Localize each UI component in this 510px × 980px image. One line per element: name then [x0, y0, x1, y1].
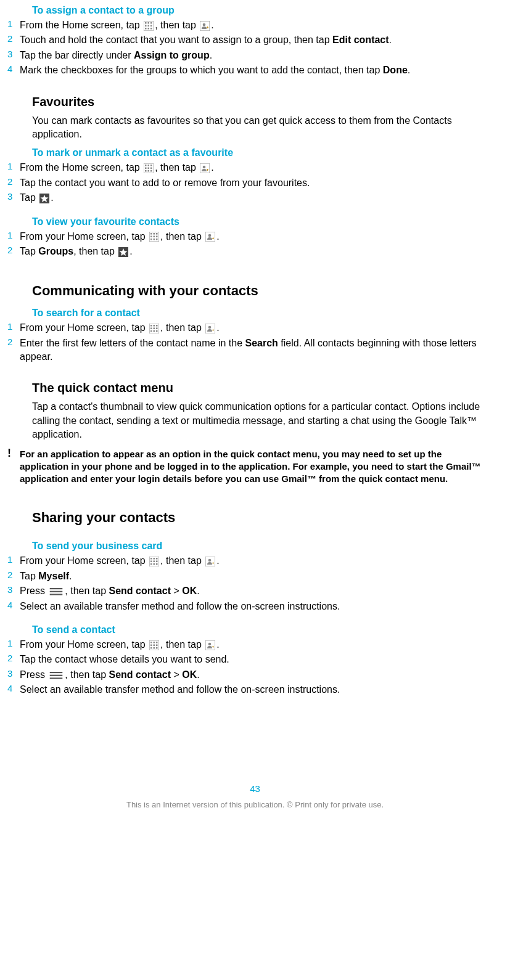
subtitle-view-favourites: To view your favourite contacts — [32, 216, 490, 227]
step-number: 2 — [7, 176, 20, 187]
step-text: From your Home screen, tap , then tap . — [20, 230, 490, 243]
heading-sharing: Sharing your contacts — [32, 510, 490, 526]
subtitle-assign-group: To assign a contact to a group — [32, 5, 490, 16]
step-number: 4 — [7, 600, 20, 610]
step-text: Tap Groups, then tap . — [20, 245, 490, 258]
step-text: Select an available transfer method and … — [20, 600, 490, 613]
step-text: From the Home screen, tap , then tap . — [20, 161, 490, 174]
grid-icon — [149, 640, 159, 650]
step-number: 2 — [7, 33, 20, 44]
step-row: 1 From your Home screen, tap , then tap … — [20, 638, 490, 651]
note-text: For an application to appear as an optio… — [20, 448, 490, 486]
grid-icon — [149, 324, 159, 333]
grid-icon — [144, 163, 154, 173]
step-number: 4 — [7, 683, 20, 693]
step-text: Tap . — [20, 191, 490, 205]
step-number: 3 — [7, 584, 20, 595]
step-number: 2 — [7, 337, 20, 347]
step-row: 4 Select an available transfer method an… — [20, 683, 490, 696]
step-row: 2 Tap Groups, then tap . — [20, 245, 490, 258]
step-row: 4 Select an available transfer method an… — [20, 600, 490, 613]
menu-icon — [49, 588, 64, 595]
subtitle-mark-favourite: To mark or unmark a contact as a favouri… — [32, 147, 490, 158]
step-text: Tap the bar directly under Assign to gro… — [20, 49, 490, 62]
step-number: 3 — [7, 191, 20, 202]
note-row: ! For an application to appear as an opt… — [20, 448, 490, 486]
step-text: Tap Myself. — [20, 570, 490, 583]
step-row: 1 From your Home screen, tap , then tap … — [20, 321, 490, 335]
step-number: 4 — [7, 63, 20, 74]
subtitle-send-contact: To send a contact — [32, 624, 490, 635]
manual-page: To assign a contact to a group 1 From th… — [0, 5, 510, 829]
contacts-icon — [205, 640, 215, 650]
step-number: 1 — [7, 161, 20, 171]
star-icon — [39, 194, 49, 203]
footer-text: This is an Internet version of this publ… — [20, 800, 490, 817]
grid-icon — [144, 21, 154, 31]
step-text: From the Home screen, tap , then tap . — [20, 18, 490, 32]
contacts-icon — [205, 232, 215, 242]
step-row: 2 Tap the contact whose details you want… — [20, 653, 490, 666]
step-number: 1 — [7, 554, 20, 565]
step-row: 2 Tap the contact you want to add to or … — [20, 176, 490, 190]
step-row: 1 From the Home screen, tap , then tap . — [20, 161, 490, 174]
step-text: Touch and hold the contact that you want… — [20, 33, 490, 47]
step-row: 2 Enter the first few letters of the con… — [20, 337, 490, 364]
grid-icon — [149, 232, 159, 242]
step-row: 2 Touch and hold the contact that you wa… — [20, 33, 490, 47]
body-quick-contact: Tap a contact's thumbnail to view quick … — [32, 400, 490, 441]
heading-favourites: Favourites — [32, 95, 490, 109]
contacts-icon — [200, 21, 210, 31]
step-number: 2 — [7, 653, 20, 663]
step-text: From your Home screen, tap , then tap . — [20, 638, 490, 651]
contacts-icon — [200, 163, 210, 173]
step-number: 2 — [7, 570, 20, 580]
contacts-icon — [205, 557, 215, 566]
step-text: Mark the checkboxes for the groups to wh… — [20, 63, 490, 77]
step-number: 1 — [7, 18, 20, 29]
menu-icon — [49, 672, 64, 679]
step-text: Press , then tap Send contact > OK. — [20, 668, 490, 682]
page-number: 43 — [20, 783, 490, 794]
subtitle-send-card: To send your business card — [32, 541, 490, 552]
step-row: 3 Press , then tap Send contact > OK. — [20, 668, 490, 682]
star-icon — [118, 247, 128, 257]
step-text: Press , then tap Send contact > OK. — [20, 584, 490, 598]
step-row: 2 Tap Myself. — [20, 570, 490, 583]
step-row: 1 From your Home screen, tap , then tap … — [20, 230, 490, 243]
step-number: 1 — [7, 230, 20, 240]
body-favourites: You can mark contacts as favourites so t… — [32, 114, 490, 142]
info-icon: ! — [7, 447, 20, 460]
step-text: From your Home screen, tap , then tap . — [20, 321, 490, 335]
heading-communicating: Communicating with your contacts — [32, 283, 490, 299]
step-row: 3 Press , then tap Send contact > OK. — [20, 584, 490, 598]
step-row: 3 Tap . — [20, 191, 490, 205]
step-number: 2 — [7, 245, 20, 255]
step-text: Select an available transfer method and … — [20, 683, 490, 696]
contacts-icon — [205, 324, 215, 333]
step-text: Tap the contact you want to add to or re… — [20, 176, 490, 190]
step-text: Tap the contact whose details you want t… — [20, 653, 490, 666]
step-number: 1 — [7, 638, 20, 648]
step-number: 3 — [7, 668, 20, 679]
grid-icon — [149, 557, 159, 566]
step-number: 3 — [7, 49, 20, 59]
step-row: 4 Mark the checkboxes for the groups to … — [20, 63, 490, 77]
step-text: Enter the first few letters of the conta… — [20, 337, 490, 364]
step-row: 1 From the Home screen, tap , then tap . — [20, 18, 490, 32]
subtitle-search-contact: To search for a contact — [32, 308, 490, 319]
step-number: 1 — [7, 321, 20, 332]
step-text: From your Home screen, tap , then tap . — [20, 554, 490, 568]
step-row: 3 Tap the bar directly under Assign to g… — [20, 49, 490, 62]
heading-quick-contact: The quick contact menu — [32, 381, 490, 395]
step-row: 1 From your Home screen, tap , then tap … — [20, 554, 490, 568]
